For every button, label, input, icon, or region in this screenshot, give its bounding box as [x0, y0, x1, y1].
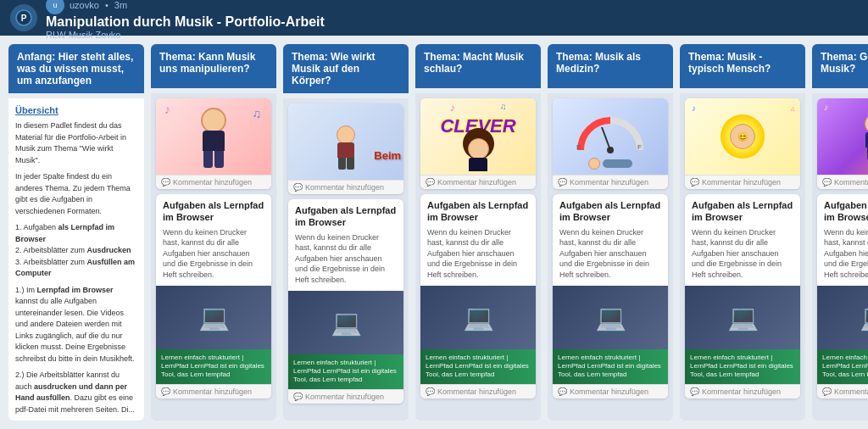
user-meta: uzovko • 3m — [70, 0, 127, 10]
col6-image: ♪ ♫ — [817, 98, 868, 175]
col1-card-text: Wenn du keinen Drucker hast, kannst du d… — [163, 227, 264, 281]
overview-p4: 2.) Die Arbeitsblätter kannst du auch au… — [15, 370, 137, 415]
column-koerper: Thema: Wie wirkt Musik auf den Körper? B… — [283, 44, 409, 421]
svg-text:E: E — [576, 143, 581, 151]
overview-title: Übersicht — [15, 105, 137, 115]
columns-container: Anfang: Hier steht alles, was du wissen … — [8, 44, 868, 421]
col5-comment-bar[interactable]: 💬 Kommentar hinzufügen — [685, 175, 800, 189]
column-anfang: Anfang: Hier steht alles, was du wissen … — [8, 44, 144, 421]
col5-image: ♪ ♫ 😊 — [685, 98, 800, 175]
col0-content: Übersicht In diesem Padlet findest du da… — [8, 98, 144, 421]
col5-lernpfad-card: Aufgaben als Lernpfad im Browser Wenn du… — [685, 194, 800, 398]
topbar: P u uzovko • 3m Manipulation durch Musik… — [0, 0, 868, 36]
col6-header: Thema: Gefühle durch Musik? — [812, 44, 868, 88]
col3-lernpfad-bar[interactable]: Lernen einfach strukturiert | LernPfad L… — [420, 349, 536, 384]
col6-content: ♪ ♫ 💬 Ko — [812, 93, 868, 421]
overview-p3: 1.) Im Lernpfad im Browser kannst du all… — [15, 285, 137, 365]
col2-card-image2: 💻 — [288, 291, 403, 354]
col3-card-text: Wenn du keinen Drucker hast, kannst du d… — [427, 227, 529, 281]
col3-image: ♪ ♫ CLEVER — [420, 98, 536, 175]
col2-comment-bar[interactable]: 💬 Kommentar hinzufügen — [288, 180, 403, 194]
column-mensch: Thema: Musik - typisch Mensch? ♪ ♫ 😊 — [680, 44, 805, 421]
laptop-icon-5: 💻 — [727, 303, 759, 332]
col3-comment-bar[interactable]: 💬 Kommentar hinzufügen — [420, 175, 536, 189]
col1-card-comment[interactable]: 💬 Kommentar hinzufügen — [156, 384, 271, 398]
col3-card-body: Aufgaben als Lernpfad im Browser Wenn du… — [420, 194, 536, 286]
music-note-2: ♫ — [253, 107, 262, 120]
col1-card-image2: 💻 — [156, 286, 271, 349]
beim-sport-text: Beim Sport — [374, 149, 403, 162]
col1-comment-bar[interactable]: 💬 Kommentar hinzufügen — [156, 175, 271, 189]
col1-header: Thema: Kann Musik uns manipulieren? — [151, 44, 276, 88]
laptop-icon-2: 💻 — [331, 308, 362, 337]
col5-card-comment[interactable]: 💬 Kommentar hinzufügen — [685, 384, 800, 398]
col5-content: ♪ ♫ 😊 💬 Kommentar hinzufügen — [680, 93, 805, 421]
col4-image: E F — [553, 98, 668, 175]
col5-card-title: Aufgaben als Lernpfad im Browser — [692, 199, 793, 224]
col5-card-body: Aufgaben als Lernpfad im Browser Wenn du… — [685, 194, 800, 286]
laptop-icon-1: 💻 — [198, 303, 230, 332]
col2-lernpfad-bar[interactable]: Lernen einfach strukturiert | LernPfad L… — [288, 354, 403, 389]
col4-header: Thema: Musik als Medizin? — [548, 44, 673, 88]
music-note-mensch-2: ♫ — [790, 105, 795, 113]
col4-lernpfad-card: Aufgaben als Lernpfad im Browser Wenn du… — [553, 194, 668, 398]
col3-header: Thema: Macht Musik schlau? — [415, 44, 541, 88]
column-manipulieren: Thema: Kann Musik uns manipulieren? ♪ ♫ — [151, 44, 276, 421]
col3-card-title: Aufgaben als Lernpfad im Browser — [427, 199, 529, 224]
col5-lernpfad-bar[interactable]: Lernen einfach strukturiert | LernPfad L… — [685, 349, 800, 384]
col5-image-card: ♪ ♫ 😊 💬 Kommentar hinzufügen — [685, 98, 800, 189]
col6-comment-bar[interactable]: 💬 Kommentar hinzufügen — [817, 175, 868, 189]
col4-lernpfad-bar[interactable]: Lernen einfach strukturiert | LernPfad L… — [553, 349, 668, 384]
col6-lernpfad-bar[interactable]: Lernen einfach strukturiert | LernPfad L… — [817, 349, 868, 384]
svg-line-4 — [602, 127, 610, 150]
col2-card-comment[interactable]: 💬 Kommentar hinzufügen — [288, 389, 403, 404]
col3-lernpfad-card: Aufgaben als Lernpfad im Browser Wenn du… — [420, 194, 536, 398]
col4-comment-bar[interactable]: 💬 Kommentar hinzufügen — [553, 175, 668, 189]
col6-card-text: Wenn du keinen Drucker hast, kannst du d… — [824, 227, 868, 281]
col0-header: Anfang: Hier steht alles, was du wissen … — [8, 44, 144, 93]
col3-card-comment[interactable]: 💬 Kommentar hinzufügen — [420, 384, 536, 398]
col6-card-title: Aufgaben als Lernpfad im Browser — [824, 199, 868, 224]
col6-card-image2: 💻 — [817, 286, 868, 349]
col2-header: Thema: Wie wirkt Musik auf den Körper? — [283, 44, 409, 93]
col4-card-title: Aufgaben als Lernpfad im Browser — [559, 199, 661, 224]
clever-text: CLEVER — [440, 115, 515, 137]
col6-card-body: Aufgaben als Lernpfad im Browser Wenn du… — [817, 194, 868, 286]
music-note-clever-1: ♪ — [450, 102, 455, 114]
laptop-icon-4: 💻 — [595, 303, 626, 332]
col6-lernpfad-card: Aufgaben als Lernpfad im Browser Wenn du… — [817, 194, 868, 398]
col4-card-text: Wenn du keinen Drucker hast, kannst du d… — [559, 227, 661, 281]
col2-content: Beim Sport 💬 Kommentar hinzufügen — [283, 98, 409, 421]
padlet-logo: P — [10, 4, 37, 31]
comment-icon-1: 💬 — [161, 178, 170, 187]
column-gefuehle: Thema: Gefühle durch Musik? ♪ ♫ — [812, 44, 868, 421]
laptop-icon-3: 💻 — [463, 303, 494, 332]
music-note-mensch-1: ♪ — [692, 103, 696, 113]
column-schlau: Thema: Macht Musik schlau? ♪ ♫ CLEVER — [415, 44, 541, 421]
gauge-svg: E F — [572, 103, 648, 154]
col4-content: E F 💬 Kommentar hinzufügen — [548, 93, 673, 421]
col4-card-comment[interactable]: 💬 Kommentar hinzufügen — [553, 384, 668, 398]
main-board: Anfang: Hier steht alles, was du wissen … — [0, 36, 868, 429]
col2-card-text: Wenn du keinen Drucker hast, kannst du d… — [295, 232, 397, 286]
smile-icon: 😊 — [737, 132, 748, 142]
page-subtitle: RLW Musik Zovko — [46, 30, 325, 40]
col3-card-image2: 💻 — [420, 286, 536, 349]
music-note-1: ♪ — [164, 103, 170, 116]
col3-image-card: ♪ ♫ CLEVER 💬 Kommentar hinzufügen — [420, 98, 536, 189]
col6-image-card: ♪ ♫ 💬 Ko — [817, 98, 868, 189]
col2-card-body: Aufgaben als Lernpfad im Browser Wenn du… — [288, 199, 403, 291]
user-avatar: u — [46, 0, 64, 14]
col6-card-comment[interactable]: 💬 Kommentar hinzufügen — [817, 384, 868, 398]
col1-card-body: Aufgaben als Lernpfad im Browser Wenn du… — [156, 194, 271, 286]
col1-lernpfad-card: Aufgaben als Lernpfad im Browser Wenn du… — [156, 194, 271, 398]
svg-text:F: F — [637, 143, 642, 151]
overview-list: 1. Aufgaben als Lernpfad im Browser 2. A… — [15, 222, 137, 280]
laptop-icon-6: 💻 — [860, 303, 869, 332]
overview-p1: In diesem Padlet findest du das Material… — [15, 120, 137, 166]
svg-text:P: P — [21, 14, 27, 23]
col1-lernpfad-bar[interactable]: Lernen einfach strukturiert | LernPfad L… — [156, 349, 271, 384]
overview-p2: In jeder Spalte findest du ein anderes T… — [15, 171, 137, 217]
col3-content: ♪ ♫ CLEVER 💬 Kommentar hinzufügen — [415, 93, 541, 421]
svg-point-5 — [607, 147, 614, 153]
